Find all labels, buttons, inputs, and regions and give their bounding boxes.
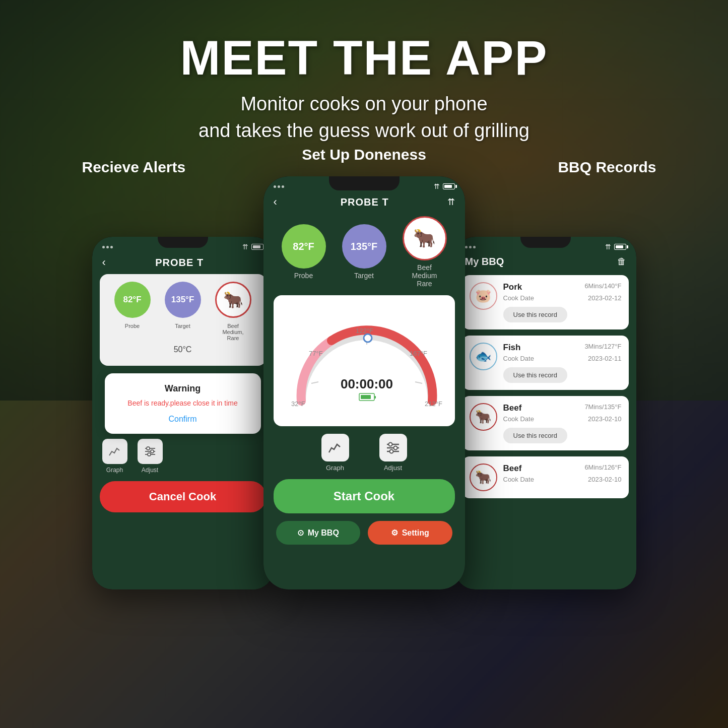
warning-title: Warning xyxy=(115,383,251,394)
right-wifi-icon: ⇈ xyxy=(605,243,611,251)
pork-meta: 6Mins/140°F xyxy=(584,282,621,292)
center-probe-circle: 82°F xyxy=(282,224,326,269)
mybbb-title: My BBQ xyxy=(465,256,504,268)
left-graph-label: Graph xyxy=(106,467,123,474)
beef1-icon: 🐂 xyxy=(470,403,497,431)
center-back-button[interactable]: ‹ xyxy=(274,195,277,209)
confirm-button[interactable]: Confirm xyxy=(115,415,251,424)
dot3 xyxy=(110,246,113,248)
right-screen: ⇈ My BBQ 🗑 xyxy=(455,237,636,589)
start-cook-button[interactable]: Start Cook xyxy=(274,479,455,513)
setting-nav-label: Setting xyxy=(402,528,429,538)
beef1-date: 2023-02-10 xyxy=(588,415,622,423)
pork-date-row: Cook Date 2023-02-12 xyxy=(503,294,622,302)
cdot2 xyxy=(278,185,280,188)
center-adjust-button[interactable]: Adjust xyxy=(379,434,407,472)
svg-rect-13 xyxy=(374,396,376,399)
beef2-icon: 🐂 xyxy=(470,464,497,491)
beef1-use-record-button[interactable]: Use this record xyxy=(503,428,567,443)
battery-icon xyxy=(251,244,263,250)
dot2 xyxy=(106,246,109,248)
fish-use-record-button[interactable]: Use this record xyxy=(503,367,567,383)
center-beef-label: BeefMediumRare xyxy=(412,263,437,288)
center-adjust-icon xyxy=(385,440,401,455)
left-adjust-button[interactable]: Adjust xyxy=(138,439,163,474)
left-graph-button[interactable]: Graph xyxy=(102,439,127,474)
fish-date-label: Cook Date xyxy=(503,355,534,362)
center-wifi-nav: ⇈ xyxy=(447,196,455,208)
center-wifi-icon: ⇈ xyxy=(434,182,440,190)
bbq-record-fish: 🐟 Fish 3Mins/127°F Cook Date 2023-02-11 xyxy=(462,336,629,390)
right-screen-content: My BBQ 🗑 🐷 Pork 6Mins xyxy=(455,253,636,498)
left-beef-circle: 🐂 xyxy=(215,282,251,318)
left-probe-card: 82°F 135°F 🐂 Probe Target BeefMedium,Rar… xyxy=(100,274,266,366)
svg-text:167°F: 167°F xyxy=(410,350,427,357)
beef2-record-info: Beef 6Mins/126°F Cook Date 2023-02-10 xyxy=(503,464,622,488)
center-status-dots xyxy=(274,185,284,188)
center-graph-button[interactable]: Graph xyxy=(321,434,349,472)
left-graph-icon-box xyxy=(102,439,127,464)
center-graph-icon xyxy=(327,440,343,455)
left-probe-labels: Probe Target BeefMedium,Rare xyxy=(107,323,258,341)
center-adjust-label: Adjust xyxy=(384,464,402,472)
pork-date-label: Cook Date xyxy=(503,294,534,302)
center-phone-frame: ⇈ ‹ PROBE T ⇈ 82°F Probe xyxy=(263,176,465,589)
dot1 xyxy=(102,246,105,248)
setting-gear-icon: ⚙ xyxy=(391,528,398,538)
left-status-dots xyxy=(102,246,113,248)
meat-label: BeefMedium,Rare xyxy=(215,323,251,341)
phones-section: Recieve Alerts Set Up Doneness BBQ Recor… xyxy=(0,186,728,728)
left-back-button[interactable]: ‹ xyxy=(102,256,106,269)
center-beef-item: 🐂 BeefMediumRare xyxy=(403,216,447,288)
beef2-date: 2023-02-10 xyxy=(588,476,622,483)
center-probe-label: Probe xyxy=(294,272,313,280)
right-status-icons: ⇈ xyxy=(605,243,626,251)
setting-nav-button[interactable]: ⚙ Setting xyxy=(368,521,452,545)
left-probe-circle: 82°F xyxy=(114,282,151,318)
pork-name: Pork xyxy=(503,282,522,292)
pork-date: 2023-02-12 xyxy=(588,294,622,302)
center-probe-item: 82°F Probe xyxy=(282,224,326,280)
fish-meta: 3Mins/127°F xyxy=(584,343,621,353)
fish-date-row: Cook Date 2023-02-11 xyxy=(503,355,622,362)
svg-line-7 xyxy=(311,382,318,383)
pork-use-record-button[interactable]: Use this record xyxy=(503,307,567,322)
beef2-name: Beef xyxy=(503,464,522,474)
header-section: MEET THE APP Monitor cooks on your phone… xyxy=(0,0,728,144)
beef1-date-label: Cook Date xyxy=(503,415,534,423)
center-bottom-nav: ⊙ My BBQ ⚙ Setting xyxy=(274,521,455,545)
trash-button[interactable]: 🗑 xyxy=(617,256,626,267)
left-adjust-label: Adjust xyxy=(142,467,158,474)
label-doneness: Set Up Doneness xyxy=(302,146,426,163)
svg-point-22 xyxy=(394,446,398,449)
bbq-record-beef1: 🐂 Beef 7Mins/135°F Cook Date 2023-02-10 xyxy=(462,396,629,450)
left-screen-content: 82°F 135°F 🐂 Probe Target BeefMedium,Rar… xyxy=(92,274,274,434)
svg-text:122°F: 122°F xyxy=(356,327,373,335)
left-probe-row: 82°F 135°F 🐂 xyxy=(107,282,258,318)
center-graph-label: Graph xyxy=(326,464,344,472)
left-screen: ⇈ ‹ PROBE T 82°F xyxy=(92,237,274,589)
svg-point-24 xyxy=(390,449,393,453)
probe-label: Probe xyxy=(114,323,151,341)
subtitle: Monitor cooks on your phone and takes th… xyxy=(0,91,728,144)
center-screen: ⇈ ‹ PROBE T ⇈ 82°F Probe xyxy=(263,176,465,589)
pork-top-row: Pork 6Mins/140°F xyxy=(503,282,622,292)
cancel-cook-button[interactable]: Cancel Cook xyxy=(100,481,266,512)
pork-record-info: Pork 6Mins/140°F Cook Date 2023-02-12 Us… xyxy=(503,282,622,322)
warning-text: Beef is ready.please close it in time xyxy=(115,399,251,407)
center-status-icons: ⇈ xyxy=(434,182,455,190)
warning-modal: Warning Beef is ready.please close it in… xyxy=(105,373,261,434)
beef2-meta: 6Mins/126°F xyxy=(584,464,621,474)
svg-point-3 xyxy=(151,450,154,453)
bbq-record-pork: 🐷 Pork 6Mins/140°F Cook Date 2023-02-12 xyxy=(462,275,629,329)
center-screen-content: 82°F Probe 135°F Target 🐂 BeefMediumRare xyxy=(263,216,465,545)
my-bbq-nav-button[interactable]: ⊙ My BBQ xyxy=(276,521,361,545)
svg-point-9 xyxy=(364,334,372,342)
target-label: Target xyxy=(165,323,201,341)
fish-top-row: Fish 3Mins/127°F xyxy=(503,343,622,353)
beef2-top-row: Beef 6Mins/126°F xyxy=(503,464,622,474)
gauge-svg: 00:00:00 32°F 212°F 77°F 167°F 122°F xyxy=(281,305,452,416)
right-battery-icon xyxy=(614,244,626,250)
center-graph-icon-box xyxy=(321,434,349,461)
right-phone-frame: ⇈ My BBQ 🗑 xyxy=(455,237,636,589)
